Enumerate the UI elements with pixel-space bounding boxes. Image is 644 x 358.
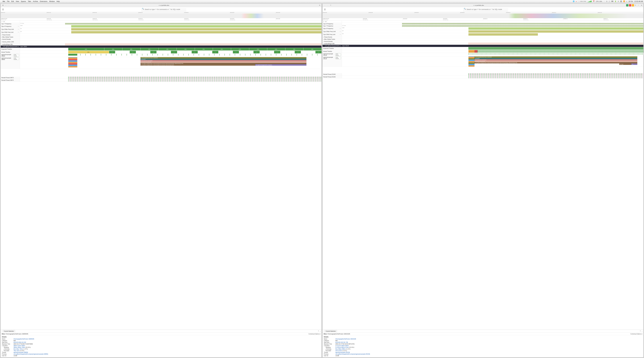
track-misc[interactable]: Misc Global Tracks bbox=[1, 36, 20, 38]
copy-button[interactable]: ⧉ bbox=[634, 5, 637, 6]
track-content[interactable] bbox=[342, 23, 643, 25]
extension-icon[interactable] bbox=[629, 4, 631, 7]
track-surfaceflinger[interactable]: surfaceflinger 696 bbox=[1, 43, 20, 45]
track-cpu0-max[interactable]: Cpu 0 Max Freq Limit〰 bbox=[1, 28, 20, 31]
frame-slice[interactable]: 1600... bbox=[195, 48, 213, 50]
menu-extensions[interactable]: Extensions bbox=[40, 1, 48, 2]
status-display-icon[interactable]: ▢ bbox=[609, 1, 610, 2]
frame-slice[interactable]: 1600... bbox=[104, 48, 122, 50]
contextual-options-button[interactable]: Contextual Options ▾ bbox=[308, 333, 320, 335]
frame-slice[interactable]: 1600... bbox=[231, 48, 249, 50]
frame-slice[interactable]: 1 bbox=[109, 51, 115, 53]
hamburger-icon[interactable]: ☰ bbox=[323, 8, 326, 11]
menu-app[interactable]: Arc bbox=[2, 1, 5, 2]
track-content[interactable] bbox=[20, 79, 322, 82]
menubar-time[interactable]: 12:02:46 AM bbox=[634, 1, 643, 2]
detail-value[interactable]: Choreographer#doFrame 16009435 bbox=[14, 338, 34, 340]
timeline-ruler[interactable]: 25600:05:05+305 474 394 00:00:08500 000 … bbox=[322, 18, 643, 21]
tab-handle-icon[interactable]: ⁝ bbox=[322, 330, 324, 332]
back-button[interactable]: ← bbox=[324, 5, 326, 6]
frame-slice[interactable]: 1600... bbox=[122, 48, 140, 50]
flame-slice[interactable]: co... bbox=[631, 63, 637, 65]
sidebar-toggle-icon[interactable]: ◧ bbox=[2, 5, 4, 6]
status-globe-icon[interactable]: 🌐 bbox=[573, 1, 574, 2]
frame-slice[interactable]: 1600... bbox=[286, 48, 304, 50]
spark-icon[interactable]: 〰 bbox=[18, 26, 19, 27]
track-actual-timeline[interactable]: Actual Timeline bbox=[322, 50, 342, 53]
tab-close-button[interactable]: ✕ bbox=[641, 4, 642, 6]
track-content[interactable]: 2M bbox=[20, 28, 322, 31]
status-wifi-icon[interactable]: 📶 bbox=[623, 1, 625, 2]
process-header[interactable]: com.github.theapache64.co... mple 28855 bbox=[1, 46, 322, 48]
track-content[interactable]: 200K bbox=[342, 27, 643, 30]
detail-value[interactable]: 300ms 385us 706ns (98.00%) bbox=[14, 347, 31, 348]
track-cpu6-freq[interactable]: Cpu 6 Frequency bbox=[322, 23, 342, 25]
status-clock-icon[interactable]: ◷ bbox=[606, 1, 608, 2]
expand-button[interactable]: ⤢ bbox=[637, 5, 640, 6]
track-render-thread[interactable]: RenderThread 28873 bbox=[1, 77, 20, 79]
spark-icon[interactable]: 〰 bbox=[340, 28, 341, 29]
flame-slice[interactable]: Compose:recompose bbox=[474, 61, 637, 62]
detail-key[interactable]: Duration bbox=[2, 345, 14, 346]
frame-slice[interactable]: 1600... bbox=[140, 48, 158, 50]
frame-slice[interactable]: 1600... bbox=[177, 48, 195, 50]
track-kernel[interactable]: Kernel threads bbox=[1, 38, 20, 40]
overview-visualization[interactable] bbox=[1, 14, 322, 18]
url-bar[interactable]: ⎋ ui.perfetto.dev bbox=[332, 5, 626, 6]
track-content[interactable] bbox=[20, 21, 322, 23]
spark-icon[interactable]: 〰 bbox=[340, 34, 341, 35]
track-cpu0-max[interactable]: Cpu 0 Max Freq Limit〰 bbox=[322, 30, 342, 33]
track-thread[interactable]: egressionsample 28855main thread bbox=[1, 54, 20, 57]
frame-slice[interactable]: 1 bbox=[295, 51, 301, 53]
track-thread[interactable]: egressionsample 29126main thread bbox=[322, 53, 342, 56]
url-bar[interactable]: ⎋ ui.perfetto.dev bbox=[10, 5, 318, 6]
back-button[interactable]: ← bbox=[4, 5, 7, 6]
menubar-date[interactable]: 18 Oct bbox=[628, 1, 633, 2]
panel-up-icon[interactable]: ⤒ bbox=[640, 330, 641, 332]
detail-value[interactable]: 2s 301ms 882us 574ns (99.58%) bbox=[336, 347, 354, 348]
flame-graph[interactable]: Choreographer#doFrame 16009435 animation… bbox=[20, 57, 322, 69]
track-cpu7-freq[interactable]: Cpu 7 Frequency bbox=[1, 23, 20, 25]
reload-button[interactable]: ⟳ bbox=[329, 5, 332, 6]
detail-key[interactable]: Duration bbox=[324, 345, 336, 346]
detail-value[interactable]: com.github.theapache64.composeregression… bbox=[14, 353, 48, 355]
flame-slice[interactable]: Choreographer#doFrame 16009435 bbox=[140, 57, 306, 59]
track-content[interactable]: 2M bbox=[342, 33, 643, 36]
track-content[interactable] bbox=[20, 34, 322, 36]
detail-value[interactable]: 207us 82ns (0.01%) bbox=[336, 350, 347, 351]
status-compass-icon[interactable]: ⊙ bbox=[618, 1, 619, 2]
panel-chevron-icon[interactable]: ⌄ bbox=[642, 330, 642, 332]
contextual-options-button[interactable]: Contextual Options ▾ bbox=[630, 333, 642, 335]
forward-button[interactable]: → bbox=[326, 5, 329, 6]
track-content[interactable] bbox=[342, 50, 643, 53]
hamburger-icon[interactable]: ☰ bbox=[2, 8, 4, 11]
flame-slice[interactable]: animation bbox=[140, 59, 306, 60]
detail-value[interactable]: 00:00:35.656 414 332 bbox=[14, 342, 26, 343]
frame-slice[interactable]: 1600... bbox=[213, 48, 231, 50]
status-battery-icon[interactable]: 🔋 bbox=[615, 1, 616, 2]
track-surfaceflinger[interactable]: surfaceflinger 696 bbox=[322, 43, 342, 45]
status-headphones-icon[interactable]: 🎧 bbox=[620, 1, 622, 2]
status-record-icon[interactable]: ● bbox=[576, 1, 577, 2]
status-dots-icon[interactable]: ⁝ bbox=[578, 1, 578, 2]
flame-slice[interactable]: com.github.theapache64.composeregression… bbox=[140, 63, 306, 64]
extension-icon[interactable] bbox=[626, 4, 628, 7]
search-input[interactable] bbox=[141, 8, 186, 11]
menu-tabs[interactable]: Tabs bbox=[28, 1, 31, 2]
tab-close-button[interactable]: ✕ bbox=[319, 4, 320, 6]
track-content[interactable] bbox=[20, 77, 322, 79]
process-header[interactable]: com.github.theapache64.co... mple 29126 bbox=[322, 45, 643, 47]
frame-slice[interactable]: 1600... bbox=[304, 48, 322, 50]
track-kernel[interactable]: Kernel threads bbox=[322, 40, 342, 42]
flame-slice[interactable]: Recomposer:recompose bbox=[140, 60, 306, 61]
track-content[interactable] bbox=[342, 38, 643, 40]
track-content[interactable] bbox=[20, 40, 322, 43]
frame-slice[interactable]: 1 bbox=[233, 51, 239, 53]
tab-current-selection[interactable]: Current Selection bbox=[2, 330, 15, 332]
frame-slice[interactable]: 1 bbox=[274, 51, 280, 53]
tracks-panel[interactable]: Cpu 6 Frequency Cpu 7 Frequency2.5 GHz G… bbox=[322, 23, 643, 330]
menu-window[interactable]: Window bbox=[49, 1, 55, 2]
frame-slice[interactable]: 1 bbox=[192, 51, 198, 53]
menu-view[interactable]: View bbox=[16, 1, 19, 2]
menu-archive[interactable]: Archive bbox=[33, 1, 38, 2]
